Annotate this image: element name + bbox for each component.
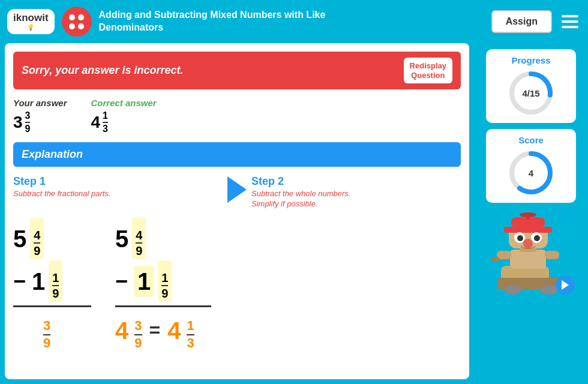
svg-rect-22 xyxy=(491,257,499,262)
equals-sign: = xyxy=(149,319,161,341)
correct-answer-label: Correct answer xyxy=(91,98,156,108)
progress-value: 4/15 xyxy=(522,88,539,98)
your-answer-block: Your answer 3 3 9 xyxy=(13,98,67,134)
header: iknowit 💡 Adding and Subtracting Mixed N… xyxy=(0,0,588,43)
score-circle: 4 xyxy=(507,149,555,197)
your-answer-value: 3 3 9 xyxy=(13,110,30,134)
step1-math: 5 4 9 − 1 1 9 xyxy=(13,218,97,352)
svg-point-14 xyxy=(520,212,536,217)
svg-point-7 xyxy=(541,285,557,295)
progress-circle: 4/15 xyxy=(507,69,555,117)
svg-point-18 xyxy=(534,235,540,241)
subtrahend-row2: − 1 1 9 xyxy=(115,260,172,302)
logo: iknowit 💡 xyxy=(7,9,55,34)
menu-button[interactable] xyxy=(559,13,581,31)
score-value: 4 xyxy=(529,168,533,178)
svg-point-19 xyxy=(523,239,533,248)
steps-row: Step 1 Subtract the fractional parts. St… xyxy=(13,175,461,209)
subtrahend-row: − 1 1 9 xyxy=(13,260,62,302)
incorrect-message: Sorry, your answer is incorrect. xyxy=(22,64,183,77)
svg-rect-21 xyxy=(545,251,559,259)
divider-line1 xyxy=(13,305,91,307)
right-panel: Progress 4/15 Score 4 xyxy=(474,43,588,384)
step2-title: Step 2 xyxy=(251,175,461,188)
explanation-label: Explanation xyxy=(22,148,83,160)
svg-rect-20 xyxy=(497,251,511,259)
svg-point-17 xyxy=(517,235,523,241)
minuend-row: 5 4 9 xyxy=(13,218,44,259)
step1-title: Step 1 xyxy=(13,175,223,188)
step1-result-row: 3 9 xyxy=(13,310,50,351)
step2-desc: Subtract the whole numbers. Simplify if … xyxy=(251,189,461,209)
svg-point-6 xyxy=(505,285,521,295)
main-layout: Sorry, your answer is incorrect. Redispl… xyxy=(0,43,588,384)
step1-desc: Subtract the fractional parts. xyxy=(13,189,223,199)
step2-math: 5 4 9 − 1 1 xyxy=(115,218,235,352)
header-title: Adding and Subtracting Mixed Numbers wit… xyxy=(99,9,484,34)
step2-block: Step 2 Subtract the whole numbers. Simpl… xyxy=(251,175,461,209)
step-arrow xyxy=(227,175,247,203)
answer-row: Your answer 3 3 9 Correct answer 4 1 3 xyxy=(13,98,461,134)
score-label: Score xyxy=(518,135,544,145)
progress-label: Progress xyxy=(511,55,550,65)
explanation-bar: Explanation xyxy=(13,142,461,167)
progress-card: Progress 4/15 xyxy=(486,49,576,123)
correct-answer-value: 4 1 3 xyxy=(91,110,107,134)
next-button[interactable] xyxy=(556,275,575,295)
score-card: Score 4 xyxy=(486,129,576,203)
step2-result-row: 4 3 9 = 4 1 3 xyxy=(115,310,194,351)
mascot-container xyxy=(486,209,576,296)
correct-answer-block: Correct answer 4 1 3 xyxy=(91,98,156,134)
math-work-area: 5 4 9 − 1 1 9 xyxy=(13,218,461,352)
divider-line2 xyxy=(115,305,211,307)
incorrect-banner: Sorry, your answer is incorrect. Redispl… xyxy=(13,52,461,89)
redisplay-button[interactable]: RedisplayQuestion xyxy=(404,58,452,83)
dice-icon xyxy=(62,7,92,37)
step1-block: Step 1 Subtract the fractional parts. xyxy=(13,175,223,199)
minuend-row2: 5 4 9 xyxy=(115,218,146,259)
your-answer-label: Your answer xyxy=(13,98,67,108)
content-area: Sorry, your answer is incorrect. Redispl… xyxy=(5,43,469,379)
svg-rect-8 xyxy=(510,250,546,269)
assign-button[interactable]: Assign xyxy=(491,10,552,33)
